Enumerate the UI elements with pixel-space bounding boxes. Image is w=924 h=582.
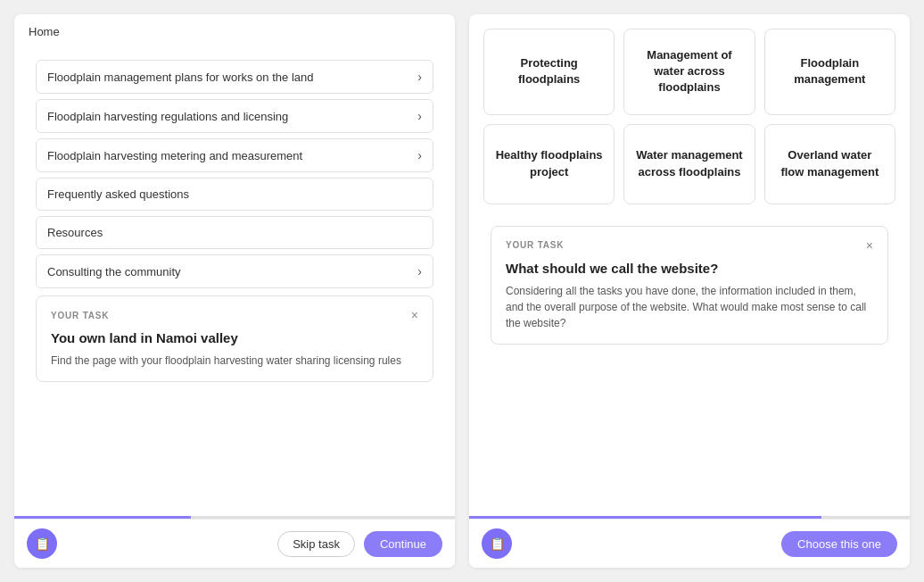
left-task-card: YOUR TASK × You own land in Namoi valley… [36,295,433,382]
chevron-icon: › [417,70,422,84]
chevron-icon: › [417,148,422,162]
task-title: You own land in Namoi valley [51,330,418,345]
topic-card-label: Overland water flow management [776,147,884,179]
right-task-area: YOUR TASK × What should we call the webs… [469,219,910,516]
choose-button[interactable]: Choose this one [781,531,897,557]
nav-item-label: Floodplain harvesting metering and measu… [47,149,302,162]
topic-card-label: Management of water across floodplains [635,47,743,96]
skip-task-button[interactable]: Skip task [277,531,355,557]
clipboard-button[interactable]: 📋 [27,528,57,559]
topic-card[interactable]: Management of water across floodplains [623,29,755,115]
task-label: YOUR TASK [51,311,109,320]
clipboard-icon: 📋 [35,536,50,551]
nav-item-label: Floodplain management plans for works on… [47,71,313,84]
right-bar-left: 📋 [482,528,512,559]
right-panel: Protecting floodplainsManagement of wate… [469,14,910,568]
topic-card[interactable]: Protecting floodplains [483,29,615,115]
left-bar-left: 📋 [27,528,57,559]
topic-grid: Protecting floodplainsManagement of wate… [469,14,910,219]
topic-card[interactable]: Water management across floodplains [623,124,755,204]
right-task-header: YOUR TASK × [506,239,873,252]
right-progress-bar-fill [469,516,821,519]
right-bar-right: Choose this one [781,531,897,557]
task-header: YOUR TASK × [51,309,418,321]
right-clipboard-button[interactable]: 📋 [482,528,512,559]
nav-item-label: Floodplain harvesting regulations and li… [47,110,288,123]
right-task-label: YOUR TASK [506,240,564,250]
topic-card[interactable]: Overland water flow management [764,124,895,204]
right-task-description: Considering all the tasks you have done,… [506,283,873,331]
right-progress-bar-container [469,516,910,519]
left-nav: Floodplain management plans for works on… [14,46,455,516]
nav-item[interactable]: Floodplain harvesting regulations and li… [36,99,433,133]
topic-card-label: Healthy floodplains project [495,147,603,179]
nav-item[interactable]: Floodplain harvesting metering and measu… [36,138,433,172]
continue-button[interactable]: Continue [364,531,442,557]
topic-card-label: Floodplain management [776,55,884,87]
chevron-icon: › [417,264,422,279]
nav-item-label: Consulting the community [47,265,181,279]
topic-card[interactable]: Healthy floodplains project [483,124,615,204]
right-task-title: What should we call the website? [506,261,873,276]
nav-item[interactable]: Consulting the community› [36,254,433,288]
nav-item-label: Resources [47,226,103,239]
progress-bar-container [14,516,455,519]
nav-item[interactable]: Frequently asked questions [36,178,433,211]
topic-card-label: Protecting floodplains [495,55,603,87]
topic-card[interactable]: Floodplain management [764,29,895,115]
nav-item[interactable]: Resources [36,216,433,249]
nav-list: Floodplain management plans for works on… [29,60,441,288]
nav-item-label: Frequently asked questions [47,187,189,201]
task-description: Find the page with your floodplain harve… [51,353,418,369]
close-icon[interactable]: × [411,309,418,321]
breadcrumb: Home [14,14,455,46]
left-panel: Home Floodplain management plans for wor… [14,14,455,568]
right-close-icon[interactable]: × [866,239,873,252]
chevron-icon: › [417,109,422,123]
progress-bar-fill [14,516,191,519]
right-bottom-bar: 📋 Choose this one [469,519,910,568]
left-bottom-bar: 📋 Skip task Continue [14,519,455,568]
right-task-card: YOUR TASK × What should we call the webs… [491,226,888,345]
left-bar-right: Skip task Continue [277,531,442,557]
topic-card-label: Water management across floodplains [635,147,743,179]
right-clipboard-icon: 📋 [490,536,505,551]
nav-item[interactable]: Floodplain management plans for works on… [36,60,433,94]
